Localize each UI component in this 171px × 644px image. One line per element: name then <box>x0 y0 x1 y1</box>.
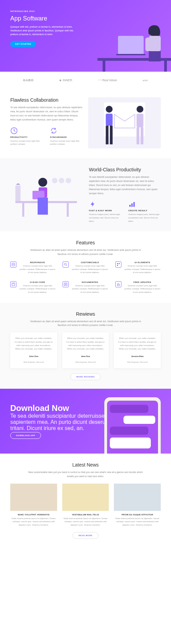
features-section: Features Vestibulum ac diam sit amet qua… <box>0 231 171 302</box>
svg-rect-6 <box>149 36 161 51</box>
feature-body: Vivamus suscipit tortor eget felis portt… <box>71 264 108 274</box>
feature-title: DOCUMENTED <box>71 281 108 283</box>
logos-row: GABO ◈ INNER 〰 Real Wave wire <box>0 72 171 89</box>
collab-feature-synchronize: SYNCHRONIZE Vivamus suscipit tortor eget… <box>50 127 83 146</box>
phone-mockup <box>104 397 161 454</box>
productivity-illustration <box>10 169 82 220</box>
review-body: When you innovate, you make mistakes. It… <box>66 337 105 350</box>
hero-body: Quisque velit nisi, pretium ut lacinia i… <box>10 25 82 37</box>
chat-bubble <box>110 438 151 448</box>
lightning-icon <box>89 200 96 208</box>
prod-title: World-Class Productivity <box>89 167 161 172</box>
productivity-icon <box>10 127 18 134</box>
features-desc: Vestibulum ac diam sit amet quam vehicul… <box>27 248 144 256</box>
feature-item: CLEAN CODEVivamus suscipit tortor eget f… <box>10 281 56 294</box>
review-card: When you innovate, you make mistakes. It… <box>114 332 161 368</box>
collab-feature-productivity: PRODUCTIVITY Vivamus suscipit tortor ege… <box>10 127 43 146</box>
news-title: Latest News <box>10 462 161 468</box>
news-desc: New customizable tabs put you back in co… <box>27 470 144 478</box>
prod-feature-fast: FAST & EASY WORK Vivamus magna justo, la… <box>89 200 121 223</box>
feature-item: UI ELEMENTSVivamus suscipit tortor eget … <box>115 261 161 274</box>
chat-bubble <box>123 416 155 424</box>
svg-rect-13 <box>106 114 113 126</box>
review-role: Web Engineer, Microsoft <box>23 361 44 363</box>
reviews-desc: Vestibulum ac diam sit amet quam vehicul… <box>27 319 144 328</box>
svg-rect-35 <box>12 264 14 264</box>
svg-point-27 <box>52 178 57 183</box>
feature-title: CUSTOMIZABLE <box>71 261 108 263</box>
read-more-button[interactable]: READ MORE <box>73 532 98 539</box>
review-card: When you innovate, you make mistakes. It… <box>62 332 109 368</box>
feature-item: DOCUMENTEDVivamus suscipit tortor eget f… <box>63 281 108 294</box>
review-name: John Doe <box>14 355 53 357</box>
svg-rect-8 <box>149 51 161 61</box>
svg-rect-14 <box>106 126 108 144</box>
svg-point-28 <box>59 178 64 183</box>
news-card[interactable]: VESTIBULUM NISL FELISNulla viverra pulvi… <box>62 484 109 527</box>
news-image <box>10 484 57 511</box>
svg-point-29 <box>66 178 71 183</box>
review-name: Jessica Blue <box>118 355 157 357</box>
chat-bubble <box>110 405 148 413</box>
chat-bubble <box>110 427 148 435</box>
collab-illustration <box>88 97 161 148</box>
news-item-title: VESTIBULUM NISL FELIS <box>62 514 109 516</box>
hero-kicker: INTRODUCING DIVI <box>10 10 161 12</box>
feature-item: CUSTOMIZABLEVivamus suscipit tortor eget… <box>63 261 108 274</box>
feature-icon <box>115 261 121 268</box>
feature-title: FREE UPDATES <box>124 281 161 283</box>
prod-feature-result: CREATE RESULT Vivamus magna justo, lacin… <box>128 200 161 223</box>
svg-rect-31 <box>129 205 131 207</box>
feature-icon <box>115 281 121 287</box>
hero-section: INTRODUCING DIVI App Software Quisque ve… <box>0 0 171 72</box>
svg-rect-4 <box>116 54 145 55</box>
logo-inner: ◈ INNER <box>59 78 72 82</box>
svg-rect-18 <box>136 127 139 144</box>
feature-body: Vivamus suscipit tortor eget felis portt… <box>71 284 108 294</box>
logo-wire: wire <box>143 78 148 82</box>
feature-icon <box>10 281 16 287</box>
news-item-body: Nulla viverra pulvinar ipsum sit digniss… <box>10 517 57 527</box>
svg-rect-32 <box>131 203 133 207</box>
news-image <box>62 484 109 511</box>
news-item-body: Nulla viverra pulvinar ipsum sit digniss… <box>62 517 109 527</box>
news-item-title: NUNC VOLUTPAT VENENATIS <box>10 514 57 516</box>
svg-rect-30 <box>15 186 21 201</box>
svg-rect-33 <box>133 202 135 207</box>
svg-rect-7 <box>145 38 150 51</box>
reviews-title: Rewiews <box>10 311 161 317</box>
review-role: Web Engineer, Microsoft <box>127 361 148 363</box>
svg-rect-1 <box>103 61 105 72</box>
prod-desc: Te sea deleniti suscipiantur deterruisse… <box>89 175 161 195</box>
svg-rect-39 <box>117 265 118 266</box>
review-card: When you innovate, you make mistakes. It… <box>10 332 57 368</box>
feature-title: UI ELEMENTS <box>124 261 161 263</box>
feature-title: RESPONSIVE <box>19 261 56 263</box>
get-started-button[interactable]: GET STARTED <box>10 41 36 47</box>
collaboration-section: Flawless Collaboration Te sea deleniti s… <box>0 89 171 158</box>
collab-desc: Te sea deleniti suscipiantur deterruisse… <box>10 105 83 122</box>
synchronize-icon <box>50 127 57 134</box>
download-section: Download Now Te sea deleniti suscipiantu… <box>0 389 171 454</box>
feature-item: RESPONSIVEVivamus suscipit tortor eget f… <box>10 261 56 274</box>
svg-rect-2 <box>164 61 167 72</box>
feature-title: CLEAN CODE <box>19 281 56 283</box>
download-app-button[interactable]: DOWNLOAD APP <box>10 432 41 439</box>
news-card[interactable]: PROIN EU AUQUE EFFICITURNulla viverra pu… <box>114 484 161 527</box>
feature-item: FREE UPDATESVivamus suscipit tortor eget… <box>115 281 161 294</box>
feature-icon <box>63 281 69 287</box>
news-section: Latest News New customizable tabs put yo… <box>0 454 171 547</box>
reviews-section: Rewiews Vestibulum ac diam sit amet quam… <box>0 303 171 389</box>
more-reviews-button[interactable]: MORE REVIEWS <box>70 373 100 380</box>
feature-body: Vivamus suscipit tortor eget felis portt… <box>124 284 161 294</box>
svg-rect-22 <box>67 203 69 217</box>
svg-rect-19 <box>141 127 143 144</box>
logo-gabo: GABO <box>23 78 34 82</box>
svg-rect-38 <box>119 263 120 264</box>
feature-body: Vivamus suscipit tortor eget felis portt… <box>124 264 161 274</box>
collab-title: Flawless Collaboration <box>10 97 83 103</box>
productivity-section: World-Class Productivity Te sea deleniti… <box>0 158 171 231</box>
svg-rect-3 <box>118 36 144 55</box>
svg-point-12 <box>106 106 113 113</box>
news-card[interactable]: NUNC VOLUTPAT VENENATISNulla viverra pul… <box>10 484 57 527</box>
